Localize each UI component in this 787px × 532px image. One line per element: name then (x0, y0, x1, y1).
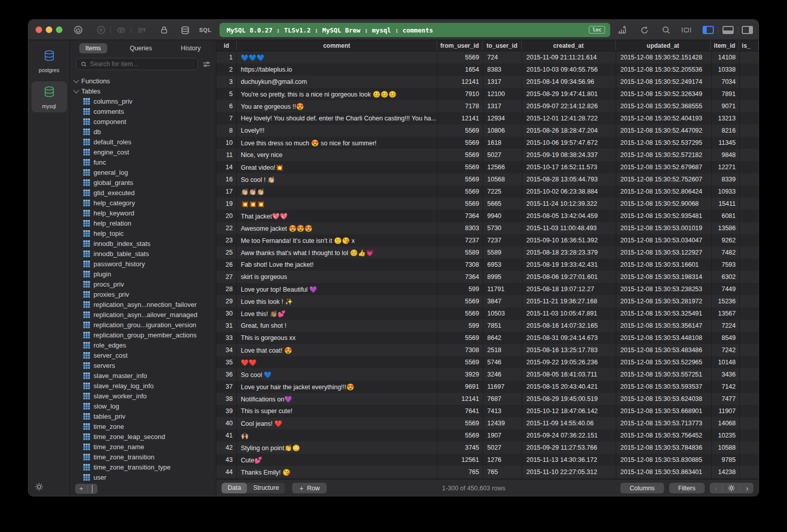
sidebar-table-slave_worker_info[interactable]: slave_worker_info (70, 391, 216, 401)
tab-history[interactable]: History (175, 43, 207, 53)
table-row[interactable]: 17👏🏼👏🏼👏🏼556972252015-10-02 06:23:38.8842… (216, 185, 759, 198)
sidebar-table-global_grants[interactable]: global_grants (70, 177, 216, 187)
sidebar-table-gtid_executed[interactable]: gtid_executed (70, 187, 216, 198)
sidebar-table-default_roles[interactable]: default_roles (70, 137, 216, 147)
columns-button[interactable]: Columns (620, 483, 664, 493)
column-header-itemid[interactable]: item_id (711, 40, 739, 51)
connection-mysql[interactable]: mysql (32, 81, 67, 112)
toggle-left-panel-icon[interactable] (703, 26, 714, 34)
table-row[interactable]: 14Great video!💥5569125662015-10-17 16:52… (216, 161, 759, 173)
table-row[interactable]: 3duchuykun@gmail.com1214113172015-08-14 … (216, 76, 759, 88)
toggle-bottom-panel-icon[interactable] (722, 26, 734, 34)
sidebar-table-procs_priv[interactable]: procs_priv (70, 279, 216, 289)
table-row[interactable]: 40Cool jeans! ❤️5569124392015-11-09 14:5… (216, 417, 759, 429)
sidebar-table-func[interactable]: func (70, 157, 216, 167)
table-row[interactable]: 6You are gorgeous !!😍717813172015-09-07 … (216, 100, 759, 112)
table-row[interactable]: 37Love your hair the jacket everything!!… (216, 381, 759, 393)
table-row[interactable]: 8Lovely!!!5569108062015-08-26 18:28:47.2… (216, 124, 759, 137)
sidebar-table-db[interactable]: db (70, 127, 216, 137)
sql-editor-button[interactable]: SQL (199, 27, 211, 33)
sidebar-table-replication_group_member_actions[interactable]: replication_group_member_actions (70, 330, 216, 340)
add-item-menu-button[interactable] (88, 484, 98, 494)
previous-page-button[interactable]: ‹ (710, 485, 722, 492)
column-header-id[interactable]: id (216, 40, 237, 51)
column-header-is[interactable]: is_ (739, 40, 759, 51)
sidebar-table-engine_cost[interactable]: engine_cost (70, 147, 216, 157)
table-row[interactable]: 25Aww thanks that's what I thought to lo… (216, 246, 759, 259)
search-input[interactable] (90, 60, 194, 68)
tab-items[interactable]: Items (79, 43, 107, 53)
sidebar-table-help_category[interactable]: help_category (70, 198, 216, 208)
column-header-comment[interactable]: comment (237, 40, 437, 51)
column-header-updatedat[interactable]: updated_at (616, 40, 711, 51)
minimize-window-button[interactable] (46, 26, 52, 33)
table-row[interactable]: 16So cool ! 👏🏼5569105682015-08-28 13:05:… (216, 173, 759, 185)
table-row[interactable]: 10Love this dress so much 😍 so nice for … (216, 137, 759, 149)
sidebar-table-help_topic[interactable]: help_topic (70, 228, 216, 238)
zoom-window-button[interactable] (56, 26, 62, 33)
table-row[interactable]: 11Nice, very nice556950272015-09-19 08:3… (216, 149, 759, 161)
tab-queries[interactable]: Queries (123, 43, 158, 53)
search-icon[interactable] (661, 25, 671, 35)
sidebar-table-replication_grou-iguration_version[interactable]: replication_grou...iguration_version (70, 320, 216, 330)
sidebar-table-servers[interactable]: servers (70, 360, 216, 370)
preview-eye-icon[interactable] (116, 25, 126, 35)
table-row[interactable]: 2https://tableplus.io165483832015-10-03 … (216, 64, 759, 76)
table-row[interactable]: 29Love this look ! ✨556938472015-11-21 1… (216, 295, 759, 307)
column-header-fromuserid[interactable]: from_user_id (437, 40, 483, 51)
filter-sliders-icon[interactable] (202, 60, 211, 69)
table-row[interactable]: 23Me too Fernanda! It's cute isn't it 🙂😘… (216, 234, 759, 246)
sidebar-table-innodb_table_stats[interactable]: innodb_table_stats (70, 248, 216, 259)
sidebar-table-time_zone_name[interactable]: time_zone_name (70, 442, 216, 452)
sidebar-table-help_relation[interactable]: help_relation (70, 218, 216, 228)
table-row[interactable]: 34Love that coat! 😍730825182015-08-16 13… (216, 344, 759, 356)
table-row[interactable]: 26Fab shot! Love the jacket!730869532015… (216, 259, 759, 271)
table-row[interactable]: 30Love this! 👏🏽💕5569105032015-11-03 10:0… (216, 307, 759, 320)
sidebar-table-time_zone_transition_type[interactable]: time_zone_transition_type (70, 462, 216, 472)
connection-postgres[interactable]: postgres (32, 45, 67, 76)
sidebar-table-innodb_index_stats[interactable]: innodb_index_stats (70, 238, 216, 248)
table-row[interactable]: 43Cute💕1256112762015-11-13 14:30:36.1722… (216, 454, 759, 466)
next-page-button[interactable]: › (741, 485, 753, 492)
disconnect-icon[interactable] (96, 25, 106, 35)
sidebar-table-slave_relay_log_info[interactable]: slave_relay_log_info (70, 381, 216, 391)
sidebar-table-password_history[interactable]: password_history (70, 259, 216, 269)
table-row[interactable]: 41🙌🏼556919072015-09-24 07:36:22.1512015-… (216, 429, 759, 442)
table-row[interactable]: 22Awesome jacket 😍😍😍830357302015-11-03 1… (216, 222, 759, 234)
table-row[interactable]: 44Thanks Emily! 😘7657652015-11-10 22:27:… (216, 466, 759, 478)
table-row[interactable]: 36So cool 💙392932462015-08-05 16:41:03.7… (216, 368, 759, 381)
chart-stats-icon[interactable] (617, 25, 627, 35)
sidebar-table-user[interactable]: user (70, 472, 216, 481)
close-window-button[interactable] (36, 26, 42, 33)
table-row[interactable]: 7Hey lovely! You should def. enter the C… (216, 112, 759, 124)
sidebar-table-slave_master_info[interactable]: slave_master_info (70, 370, 216, 381)
sidebar-table-slow_log[interactable]: slow_log (70, 401, 216, 411)
structure-view-tab[interactable]: Structure (247, 483, 285, 493)
item-search-box[interactable] (76, 58, 198, 70)
tree-section-tables[interactable]: Tables (70, 86, 216, 96)
lock-icon[interactable] (159, 25, 169, 35)
sidebar-table-component[interactable]: component (70, 116, 216, 127)
sidebar-table-general_log[interactable]: general_log (70, 167, 216, 177)
add-item-button[interactable]: + (75, 484, 87, 494)
filters-button[interactable]: Filters (669, 483, 705, 493)
sidebar-table-replication_asyn-ailover_managed[interactable]: replication_asyn...ailover_managed (70, 309, 216, 320)
table-row[interactable]: 35❤️❤️556957462015-09-22 19:05:26.236201… (216, 356, 759, 368)
table-row[interactable]: 31Great, fun shot !59978512015-08-16 14:… (216, 320, 759, 332)
sidebar-table-columns_priv[interactable]: columns_priv (70, 96, 216, 106)
sidebar-table-comments[interactable]: comments (70, 106, 216, 116)
database-icon[interactable] (180, 25, 190, 35)
sidebar-table-time_zone_transition[interactable]: time_zone_transition (70, 452, 216, 462)
table-row[interactable]: 28Love your top! Beautiful 💜599117912015… (216, 283, 759, 295)
add-row-button[interactable]: + Row (292, 483, 327, 493)
table-row[interactable]: 1💙💙💙55697242015-11-09 21:11:21.6142015-1… (216, 51, 759, 64)
table-row[interactable]: 20That jacket💖💖736499402015-08-05 13:42:… (216, 210, 759, 222)
sidebar-table-time_zone_leap_second[interactable]: time_zone_leap_second (70, 431, 216, 442)
page-settings-gear-icon[interactable] (722, 484, 740, 492)
sidebar-table-plugin[interactable]: plugin (70, 269, 216, 279)
refresh-icon[interactable] (639, 25, 649, 35)
table-row[interactable]: 5You're so pretty, this is a nice ni gor… (216, 88, 759, 100)
column-header-touserid[interactable]: to_user_id (483, 40, 522, 51)
column-header-createdat[interactable]: created_at (522, 40, 616, 51)
sidebar-table-replication_asyn-nnection_failover[interactable]: replication_asyn...nnection_failover (70, 299, 216, 309)
